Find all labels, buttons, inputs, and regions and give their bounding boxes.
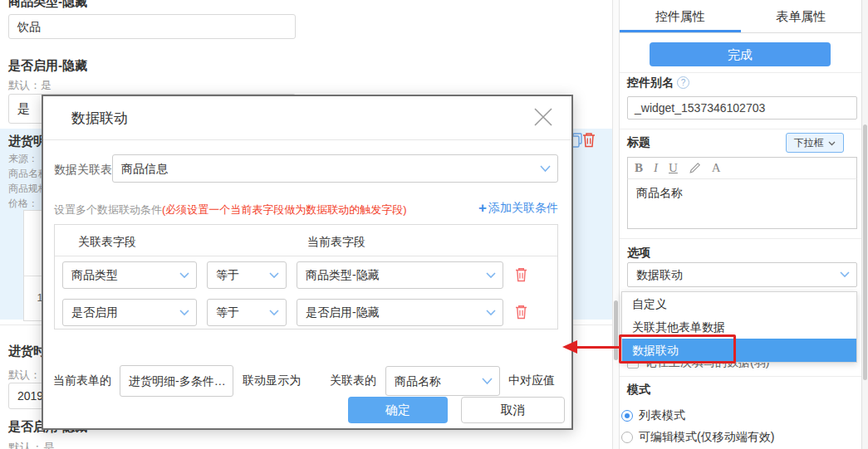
alias-label: 控件别名? (627, 76, 689, 90)
form-designer: 商品类型-隐藏 饮品 是否启用-隐藏 默认：是 是 进货明细 来源： 商品名称 … (0, 0, 868, 449)
product-type-input[interactable]: 饮品 (8, 14, 296, 39)
mode-label: 模式 (627, 383, 650, 398)
panel-tabbar: 控件属性 表单属性 (620, 0, 861, 33)
dropdown-item-relate-form[interactable]: 关联其他表单数据 (622, 315, 856, 339)
delete-condition-icon[interactable] (515, 267, 527, 282)
table-header-divider (55, 256, 557, 256)
done-button[interactable]: 完成 (650, 42, 831, 66)
current-field-select[interactable]: 商品类型-隐藏 (297, 261, 503, 289)
section-divider (620, 72, 861, 73)
relation-table-label: 数据关联表 (54, 163, 112, 178)
hidden-checkbox-label: 记住上次填写的数据(弱) (645, 362, 769, 369)
column-header-relation-field: 关联表字段 (78, 235, 136, 250)
bold-icon[interactable]: B (635, 162, 643, 174)
column-header-current-field: 当前表字段 (307, 235, 365, 250)
delete-condition-icon[interactable] (515, 305, 527, 320)
chevron-down-icon (179, 272, 189, 279)
underline-icon[interactable]: U (669, 162, 678, 174)
canvas-scrollbar-thumb[interactable] (614, 300, 618, 360)
chevron-down-icon (486, 272, 496, 279)
chevron-down-icon (486, 310, 496, 316)
font-color-icon[interactable]: A (712, 162, 721, 174)
alias-input[interactable]: _widget_1537346102703 (627, 96, 857, 120)
help-icon[interactable]: ? (677, 76, 689, 89)
canvas-scrollbar-track[interactable] (612, 0, 620, 449)
radio-checked-icon[interactable] (621, 410, 633, 422)
subform-source-line: 来源： (8, 152, 38, 166)
modal-header-divider (43, 139, 571, 140)
footer-display-as-label: 联动显示为 (243, 373, 301, 388)
radio-unchecked-icon[interactable] (621, 432, 633, 443)
field-label-enabled: 是否启用-隐藏 (8, 58, 87, 74)
panel-scrollbar-thumb[interactable] (863, 124, 867, 380)
options-label: 选项 (627, 246, 650, 261)
relation-field-select[interactable]: 是否启用 (62, 299, 197, 326)
conditions-note: 设置多个数据联动条件(必须设置一个当前表字段做为数据联动的触发字段) (54, 203, 407, 217)
add-condition-link[interactable]: +添加关联条件 (478, 200, 558, 217)
title-editor[interactable]: 商品名称 (627, 179, 857, 229)
richtext-toolbar: B I U A (627, 157, 857, 179)
cancel-button[interactable]: 取消 (461, 397, 565, 423)
confirm-button[interactable]: 确定 (348, 397, 448, 423)
chevron-down-icon (269, 272, 279, 279)
modal-title: 数据联动 (71, 109, 128, 128)
operator-select[interactable]: 等于 (207, 261, 287, 289)
relation-field-select[interactable]: 商品类型 (62, 261, 197, 289)
delete-field-icon[interactable] (582, 132, 596, 148)
chevron-down-icon (269, 310, 279, 316)
checkbox-icon[interactable] (627, 362, 639, 368)
operator-select[interactable]: 等于 (207, 299, 287, 326)
chevron-down-icon (540, 165, 551, 173)
chevron-down-icon (828, 141, 836, 146)
tab-form-properties[interactable]: 表单属性 (741, 0, 862, 32)
conditions-table: 关联表字段 当前表字段 商品类型 等于 商品类型-隐藏 (54, 224, 558, 329)
footer-field-box[interactable]: 进货明细-多条件… (120, 365, 233, 397)
chevron-down-icon (840, 271, 850, 278)
enabled2-default-hint: 默认：是 (8, 441, 55, 449)
data-linkage-modal: 数据联动 数据关联表 商品信息 设置多个数据联动条件(必须设置一个当前表字段做为… (42, 95, 573, 430)
time-default-hint: 默认： (8, 368, 41, 383)
italic-icon[interactable]: I (654, 162, 658, 174)
footer-relation-label: 关联表的 (330, 373, 376, 388)
mode-radio-list: 列表模式 (621, 408, 685, 423)
mode-option-list[interactable]: 列表模式 (639, 408, 685, 423)
options-dropdown-list: 自定义 关联其他表单数据 数据联动 (621, 291, 857, 363)
subform-meta-line: 价格： (8, 197, 38, 211)
section-divider (620, 376, 861, 377)
chevron-down-icon (482, 378, 493, 385)
options-select[interactable]: 数据联动 (627, 262, 857, 287)
title-label: 标题 (627, 135, 650, 150)
tab-widget-properties[interactable]: 控件属性 (620, 0, 741, 32)
mode-option-editable[interactable]: 可编辑模式(仅移动端有效) (639, 430, 774, 445)
current-field-select[interactable]: 是否启用-隐藏 (297, 299, 503, 326)
relation-table-select[interactable]: 商品信息 (112, 154, 558, 183)
footer-corresponding-label: 中对应值 (508, 373, 555, 388)
close-icon[interactable] (532, 105, 555, 129)
mode-radio-list: 可编辑模式(仅移动端有效) (621, 430, 774, 445)
properties-panel: 控件属性 表单属性 完成 控件别名? _widget_1537346102703… (620, 0, 861, 449)
enabled-default-hint: 默认：是 (8, 78, 51, 93)
section-divider (620, 238, 861, 239)
dropdown-item-data-linkage[interactable]: 数据联动 (622, 339, 856, 362)
annotation-arrow-head (562, 340, 577, 354)
footer-display-field-select[interactable]: 商品名称 (385, 366, 500, 396)
annotation-arrow-line (576, 346, 620, 349)
field-label-product-type: 商品类型-隐藏 (8, 0, 87, 10)
condition-row: 商品类型 等于 商品类型-隐藏 (55, 261, 557, 289)
hidden-checkbox-row: 记住上次填写的数据(弱) (627, 362, 851, 369)
plus-icon: + (478, 200, 487, 216)
pen-icon[interactable] (689, 162, 701, 174)
section-divider (620, 129, 861, 129)
condition-row: 是否启用 等于 是否启用-隐藏 (55, 299, 557, 326)
chevron-down-icon (179, 310, 189, 316)
widget-type-chip[interactable]: 下拉框 (786, 133, 844, 153)
footer-current-form-label: 当前表单的 (53, 373, 111, 388)
dropdown-item-custom[interactable]: 自定义 (622, 292, 856, 315)
